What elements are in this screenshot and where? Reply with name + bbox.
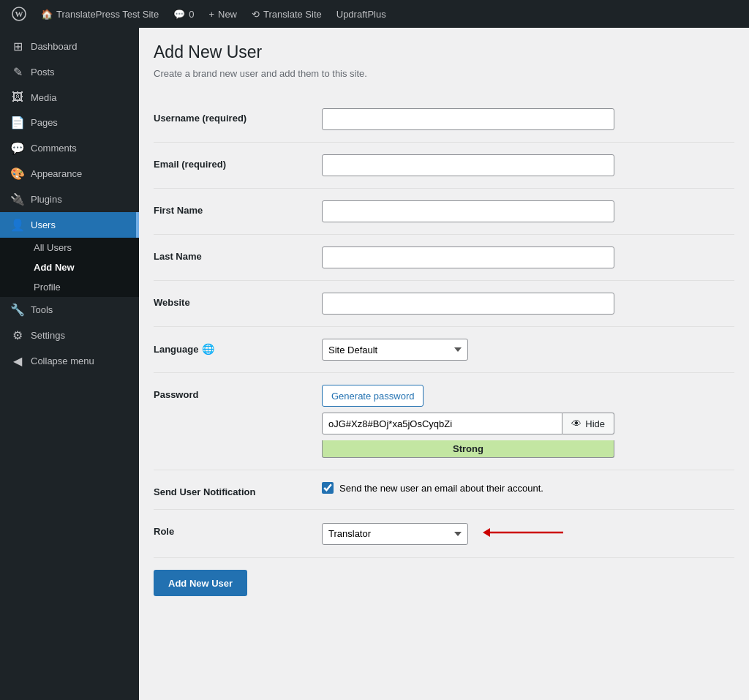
- notification-row: Send User Notification Send the new user…: [154, 470, 734, 510]
- site-name-label: TranslatePress Test Site: [56, 9, 159, 20]
- password-input[interactable]: [322, 413, 562, 434]
- sidebar-item-comments[interactable]: 💬 Comments: [0, 135, 139, 161]
- email-input[interactable]: [322, 154, 614, 176]
- appearance-icon: 🎨: [10, 167, 25, 181]
- role-select[interactable]: Subscriber Contributor Author Editor Adm…: [322, 523, 468, 545]
- submenu-all-users[interactable]: All Users: [0, 238, 139, 257]
- username-field: [322, 108, 734, 130]
- sidebar-label-settings: Settings: [31, 330, 65, 341]
- admin-bar: W 🏠 TranslatePress Test Site 💬 0 + New ⟲…: [0, 0, 749, 28]
- hide-password-button[interactable]: 👁 Hide: [562, 413, 614, 434]
- updraftplus-label: UpdraftPlus: [336, 9, 386, 20]
- users-icon: 👤: [10, 218, 25, 232]
- sidebar: ⊞ Dashboard ✎ Posts 🖼 Media 📄 Pages 💬 Co…: [0, 28, 139, 700]
- collapse-icon: ◀: [10, 354, 25, 368]
- sidebar-label-users: Users: [31, 219, 56, 230]
- password-field: Generate password 👁 Hide Strong: [322, 385, 734, 458]
- sidebar-item-users[interactable]: 👤 Users: [0, 212, 139, 238]
- dashboard-icon: ⊞: [10, 39, 25, 53]
- translate-icon: ⟲: [252, 9, 260, 20]
- submenu-profile[interactable]: Profile: [0, 277, 139, 297]
- firstname-field: [322, 200, 734, 222]
- sidebar-item-tools[interactable]: 🔧 Tools: [0, 297, 139, 323]
- svg-marker-3: [483, 528, 490, 537]
- admin-bar-new[interactable]: + New: [203, 0, 243, 28]
- username-input[interactable]: [322, 108, 614, 130]
- comments-icon: 💬: [173, 9, 185, 20]
- wp-logo[interactable]: W: [6, 0, 32, 28]
- generate-password-button[interactable]: Generate password: [322, 385, 424, 407]
- role-row: Role Subscriber Contributor Author Edito…: [154, 510, 734, 558]
- website-field: [322, 293, 734, 315]
- firstname-row: First Name: [154, 189, 734, 235]
- email-row: Email (required): [154, 143, 734, 189]
- sidebar-item-appearance[interactable]: 🎨 Appearance: [0, 161, 139, 187]
- sidebar-item-plugins[interactable]: 🔌 Plugins: [0, 187, 139, 212]
- sidebar-item-dashboard[interactable]: ⊞ Dashboard: [0, 34, 139, 59]
- sidebar-label-plugins: Plugins: [31, 194, 62, 205]
- submenu-add-new[interactable]: Add New: [0, 257, 139, 277]
- admin-bar-updraftplus[interactable]: UpdraftPlus: [331, 0, 392, 28]
- plugins-icon: 🔌: [10, 192, 25, 206]
- sidebar-item-settings[interactable]: ⚙ Settings: [0, 323, 139, 348]
- firstname-label: First Name: [154, 200, 322, 216]
- sidebar-item-media[interactable]: 🖼 Media: [0, 85, 139, 110]
- page-title: Add New User: [154, 42, 734, 62]
- lastname-input[interactable]: [322, 246, 614, 268]
- role-field: Subscriber Contributor Author Editor Adm…: [322, 522, 734, 546]
- notification-label: Send User Notification: [154, 482, 322, 497]
- username-label: Username (required): [154, 108, 322, 124]
- media-icon: 🖼: [10, 91, 25, 104]
- password-row: Password Generate password 👁 Hide S: [154, 373, 734, 470]
- new-label: New: [218, 9, 237, 20]
- password-label: Password: [154, 385, 322, 400]
- tools-icon: 🔧: [10, 303, 25, 317]
- role-label: Role: [154, 522, 322, 537]
- posts-icon: ✎: [10, 65, 25, 79]
- language-field: Site Default English (US) Spanish French…: [322, 339, 734, 361]
- language-select[interactable]: Site Default English (US) Spanish French…: [322, 339, 468, 361]
- password-input-row: 👁 Hide: [322, 413, 614, 434]
- users-submenu: All Users Add New Profile: [0, 238, 139, 297]
- sidebar-label-comments: Comments: [31, 143, 77, 154]
- notification-field: Send the new user an email about their a…: [322, 482, 734, 494]
- website-label: Website: [154, 293, 322, 308]
- sidebar-label-appearance: Appearance: [31, 168, 82, 179]
- main-content: Add New User Create a brand new user and…: [139, 28, 749, 700]
- page-subtitle: Create a brand new user and add them to …: [154, 68, 734, 79]
- lastname-field: [322, 246, 734, 268]
- sidebar-item-collapse[interactable]: ◀ Collapse menu: [0, 348, 139, 374]
- notification-checkbox-row: Send the new user an email about their a…: [322, 482, 734, 494]
- sidebar-item-pages[interactable]: 📄 Pages: [0, 110, 139, 135]
- admin-bar-comments[interactable]: 💬 0: [168, 0, 200, 28]
- home-icon: 🏠: [41, 9, 53, 20]
- sidebar-label-media: Media: [31, 92, 56, 103]
- language-row: Language 🌐 Site Default English (US) Spa…: [154, 327, 734, 373]
- notification-checkbox[interactable]: [322, 482, 334, 494]
- admin-bar-site-name[interactable]: 🏠 TranslatePress Test Site: [35, 0, 165, 28]
- website-input[interactable]: [322, 293, 614, 315]
- username-row: Username (required): [154, 97, 734, 143]
- pages-icon: 📄: [10, 116, 25, 129]
- sidebar-label-collapse: Collapse menu: [31, 355, 94, 366]
- sidebar-label-posts: Posts: [31, 67, 55, 78]
- role-select-row: Subscriber Contributor Author Editor Adm…: [322, 522, 734, 546]
- language-label: Language 🌐: [154, 339, 322, 355]
- language-icon: 🌐: [202, 343, 214, 355]
- password-strength-bar: Strong: [322, 440, 614, 458]
- admin-bar-translate[interactable]: ⟲ Translate Site: [246, 0, 328, 28]
- add-new-user-button[interactable]: Add New User: [154, 570, 247, 596]
- new-icon: +: [208, 9, 214, 20]
- lastname-row: Last Name: [154, 235, 734, 281]
- eye-icon: 👁: [571, 418, 581, 429]
- sidebar-label-dashboard: Dashboard: [31, 41, 78, 52]
- add-user-form: Username (required) Email (required) Fir…: [154, 97, 734, 558]
- email-field: [322, 154, 734, 176]
- email-label: Email (required): [154, 154, 322, 170]
- settings-icon: ⚙: [10, 328, 25, 342]
- sidebar-item-posts[interactable]: ✎ Posts: [0, 59, 139, 85]
- role-arrow: [483, 522, 571, 546]
- sidebar-label-tools: Tools: [31, 304, 53, 315]
- firstname-input[interactable]: [322, 200, 614, 222]
- comments-sidebar-icon: 💬: [10, 141, 25, 155]
